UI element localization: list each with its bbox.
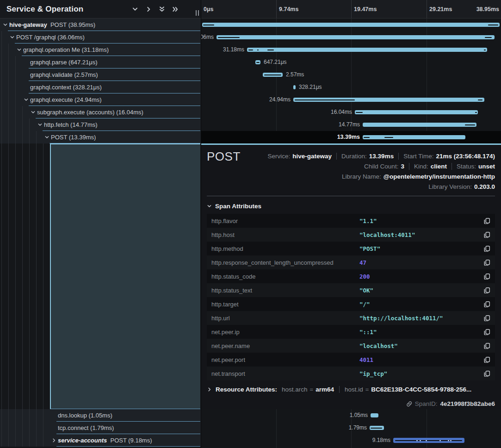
span-bar-row[interactable]: 647.21μs (201, 56, 501, 68)
copy-icon[interactable] (482, 216, 491, 225)
chevron-down-icon[interactable] (9, 34, 15, 40)
collapse-one-icon[interactable] (130, 4, 140, 14)
span-duration-bar[interactable] (371, 413, 378, 417)
resource-attributes-title: Resource Attributes: (216, 386, 277, 393)
copy-icon[interactable] (482, 272, 491, 281)
span-duration-bar[interactable] (263, 73, 283, 77)
chevron-down-icon[interactable] (30, 109, 36, 115)
selected-span-expanded-region[interactable] (0, 143, 201, 409)
span-duration-bar[interactable] (355, 110, 478, 114)
span-tree-row[interactable]: hive-gateway POST (38.95ms) (0, 19, 201, 31)
span-bar-row[interactable]: 24.94ms (201, 93, 501, 106)
trace-viewer: Service & Operation hive-gateway POST (3… (0, 0, 501, 448)
span-tree-panel: Service & Operation hive-gateway POST (3… (0, 0, 201, 448)
expand-one-icon[interactable] (143, 4, 154, 14)
meta-value: unset (478, 163, 495, 170)
span-tree-row[interactable]: POST /graphql (36.06ms) (0, 31, 201, 44)
ruler-gridline (351, 0, 352, 18)
link-icon[interactable] (406, 401, 412, 407)
span-tree-row[interactable]: POST (13.39ms) (0, 131, 201, 143)
attribute-value: 47 (359, 259, 482, 266)
span-duration-bar[interactable] (293, 85, 296, 89)
copy-icon[interactable] (482, 327, 491, 336)
span-bar-row[interactable]: 2.57ms (201, 68, 501, 81)
copy-icon[interactable] (482, 286, 491, 295)
attribute-key: http.host (211, 231, 359, 238)
chevron-down-icon[interactable] (23, 97, 29, 103)
span-tree-row[interactable]: service-accounts POST (9.18ms) (0, 434, 201, 447)
bar-duration-label: 36.06ms (201, 31, 214, 44)
indent-guides (0, 93, 23, 106)
indent-guides (0, 106, 30, 118)
chevron-down-icon[interactable] (37, 122, 43, 128)
chevron-down-icon[interactable] (16, 47, 22, 53)
indent-guides (0, 81, 23, 93)
span-bar-row[interactable]: 1.79ms (201, 422, 501, 434)
span-duration-bar[interactable] (293, 98, 484, 102)
meta-label: Service: (267, 153, 290, 160)
indent-guides (0, 434, 50, 447)
ruler-tick: 38.95ms (476, 0, 499, 19)
span-bar-row[interactable]: 14.77ms (201, 118, 501, 131)
chevron-down-icon[interactable] (44, 134, 50, 140)
span-bar-row[interactable]: 9.18ms (201, 434, 501, 447)
span-duration-bar[interactable] (202, 23, 500, 27)
indent-guides (0, 143, 49, 409)
span-label: subgraph.execute (accounts) (16.04ms) (37, 106, 143, 118)
span-tree-row[interactable]: graphql.execute (24.94ms) (0, 93, 201, 106)
indent-guides (0, 44, 16, 56)
chevron-down-icon[interactable] (2, 22, 8, 28)
event-dot (426, 440, 427, 441)
span-bar-row[interactable]: 13.39ms (201, 131, 501, 143)
span-tree-row[interactable]: tcp.connect (1.79ms) (0, 422, 201, 434)
copy-icon[interactable] (482, 299, 491, 309)
bar-duration-label: 647.21μs (264, 56, 287, 68)
copy-icon[interactable] (482, 369, 491, 378)
expand-all-icon[interactable] (170, 4, 180, 14)
resource-attributes-pairs: host.arch=arm64host.id=BC62E13B-C4CC-585… (282, 386, 471, 393)
span-duration-bar[interactable] (393, 438, 464, 443)
attribute-key: net.peer.port (211, 356, 359, 363)
span-duration-bar[interactable] (363, 123, 476, 127)
span-bar-row[interactable]: 31.18ms (201, 44, 501, 56)
panel-title: Service & Operation (0, 5, 83, 14)
equals-sign: = (310, 386, 314, 393)
span-tree-row[interactable]: subgraph.execute (accounts) (16.04ms) (0, 106, 201, 118)
span-tree-row[interactable]: http.fetch (14.77ms) (0, 118, 201, 131)
span-tree-row[interactable]: graphql.context (328.21μs) (0, 81, 201, 93)
span-bar-row[interactable] (201, 19, 501, 31)
copy-icon[interactable] (482, 244, 491, 253)
span-duration-bar[interactable] (255, 60, 260, 64)
span-tree-row[interactable]: graphql.parse (647.21μs) (0, 56, 201, 68)
bar-duration-label: 328.21μs (299, 81, 322, 93)
span-tree-row[interactable]: graphql.validate (2.57ms) (0, 68, 201, 81)
attribute-key: net.transport (211, 370, 359, 377)
span-detail-panel: POST Service:hive-gatewayDuration:13.39m… (201, 143, 501, 409)
attribute-row: http.status_code200 (207, 269, 495, 283)
copy-icon[interactable] (482, 230, 491, 239)
span-duration-bar[interactable] (247, 48, 487, 52)
chevron-right-icon[interactable] (51, 437, 57, 443)
copy-icon[interactable] (482, 355, 491, 364)
panel-resize-handle[interactable] (195, 10, 199, 17)
span-bar-row[interactable]: 36.06ms (201, 31, 501, 44)
span-bar-row[interactable]: 16.04ms (201, 106, 501, 118)
span-duration-bar[interactable] (370, 426, 384, 430)
meta-label: Kind: (414, 163, 428, 170)
copy-icon[interactable] (482, 258, 491, 267)
span-attributes-header[interactable]: Span Attributes (207, 201, 261, 211)
self-time-mark (364, 137, 370, 138)
span-bar-row[interactable]: 1.05ms (201, 409, 501, 422)
span-bar-row[interactable]: 328.21μs (201, 81, 501, 93)
span-duration-bar[interactable] (216, 35, 495, 39)
resource-attributes-row[interactable]: Resource Attributes: host.arch=arm64host… (207, 384, 495, 395)
meta-separator (398, 153, 399, 160)
ruler-tick: 9.74ms (279, 0, 298, 19)
span-duration-bar[interactable] (363, 135, 465, 139)
copy-icon[interactable] (482, 313, 491, 323)
event-dot (448, 440, 449, 441)
copy-icon[interactable] (482, 341, 491, 350)
span-tree-row[interactable]: graphql.operation Me (31.18ms) (0, 44, 201, 56)
collapse-all-icon[interactable] (157, 4, 167, 14)
span-tree-row[interactable]: dns.lookup (1.05ms) (0, 409, 201, 422)
